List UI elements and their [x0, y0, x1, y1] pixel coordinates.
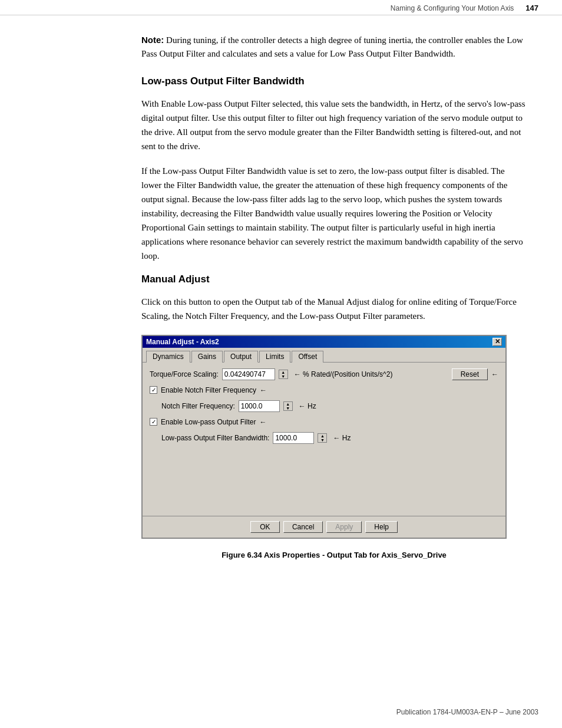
notch-freq-row: Notch Filter Frequency: ▲ ▼ ← Hz: [150, 400, 498, 412]
ok-button[interactable]: OK: [250, 521, 280, 533]
note-text: During tuning, if the controller detects…: [141, 35, 523, 58]
note-block: Note: During tuning, if the controller d…: [141, 33, 527, 61]
enable-lowpass-label: Enable Low-pass Output Filter: [161, 418, 256, 426]
lowpass-label: Low-pass Output Filter Bandwidth:: [161, 434, 269, 442]
tab-offset[interactable]: Offset: [292, 351, 323, 363]
content-area: Note: During tuning, if the controller d…: [0, 15, 562, 591]
notch-freq-unit: ← Hz: [299, 402, 316, 410]
lowpass-spinner-down[interactable]: ▼: [318, 438, 326, 442]
figure-caption-text: Figure 6.34 Axis Properties - Output Tab…: [222, 551, 447, 559]
enable-lowpass-checkbox[interactable]: ✓: [150, 418, 157, 426]
tab-limits[interactable]: Limits: [259, 351, 290, 363]
torque-input[interactable]: [222, 368, 275, 380]
dialog-body: Torque/Force Scaling: ▲ ▼ ← % Rated/(Pos…: [143, 363, 505, 516]
enable-notch-row: ✓ Enable Notch Filter Frequency ←: [150, 386, 498, 394]
lowpass-input[interactable]: [273, 432, 314, 444]
torque-unit: ← % Rated/(Position Units/s^2): [294, 370, 393, 378]
tab-dynamics[interactable]: Dynamics: [146, 351, 190, 363]
section1-para1: With Enable Low-pass Output Filter selec…: [141, 97, 527, 153]
enable-notch-label: Enable Notch Filter Frequency: [161, 386, 256, 394]
dialog-footer: OK Cancel Apply Help: [143, 516, 505, 538]
manual-adjust-dialog: Manual Adjust - Axis2 ✕ Dynamics Gains O…: [141, 335, 507, 539]
section2-heading: Manual Adjust: [141, 274, 527, 285]
torque-spinner[interactable]: ▲ ▼: [279, 370, 288, 379]
enable-lowpass-row: ✓ Enable Low-pass Output Filter ←: [150, 418, 498, 426]
torque-label: Torque/Force Scaling:: [150, 370, 219, 378]
torque-spinner-up[interactable]: ▲: [279, 370, 287, 374]
note-label: Note:: [141, 35, 164, 45]
reset-button[interactable]: Reset: [452, 368, 488, 380]
torque-row: Torque/Force Scaling: ▲ ▼ ← % Rated/(Pos…: [150, 368, 498, 380]
enable-notch-checkbox[interactable]: ✓: [150, 386, 157, 394]
dialog-wrapper: Manual Adjust - Axis2 ✕ Dynamics Gains O…: [141, 335, 527, 539]
dialog-close-button[interactable]: ✕: [492, 338, 502, 346]
figure-caption: Figure 6.34 Axis Properties - Output Tab…: [141, 551, 527, 559]
lowpass-spinner-up[interactable]: ▲: [318, 434, 326, 438]
dialog-tabs: Dynamics Gains Output Limits Offset: [143, 348, 505, 363]
help-button[interactable]: Help: [365, 521, 398, 533]
lowpass-unit: ← Hz: [333, 434, 351, 442]
notch-freq-spinner[interactable]: ▲ ▼: [283, 401, 293, 411]
lowpass-bw-row: Low-pass Output Filter Bandwidth: ▲ ▼ ← …: [150, 432, 498, 444]
torque-spinner-down[interactable]: ▼: [279, 374, 287, 378]
lowpass-spinner[interactable]: ▲ ▼: [318, 433, 327, 443]
publication-info: Publication 1784-UM003A-EN-P – June 2003: [396, 708, 538, 716]
section1-para2: If the Low-pass Output Filter Bandwidth …: [141, 164, 527, 263]
tab-gains[interactable]: Gains: [191, 351, 223, 363]
section2-para1: Click on this button to open the Output …: [141, 295, 527, 323]
page: Naming & Configuring Your Motion Axis 14…: [0, 0, 562, 728]
lowpass-arrow: ←: [259, 418, 266, 426]
chapter-title: Naming & Configuring Your Motion Axis: [24, 4, 514, 12]
notch-freq-spinner-down[interactable]: ▼: [284, 406, 292, 410]
notch-freq-label: Notch Filter Frequency:: [161, 402, 235, 410]
dialog-title: Manual Adjust - Axis2: [146, 338, 219, 346]
page-number: 147: [525, 4, 538, 12]
tab-output[interactable]: Output: [224, 351, 258, 363]
dialog-titlebar: Manual Adjust - Axis2 ✕: [143, 336, 505, 348]
cancel-button[interactable]: Cancel: [283, 521, 323, 533]
notch-freq-spinner-up[interactable]: ▲: [284, 402, 292, 406]
page-header: Naming & Configuring Your Motion Axis 14…: [0, 0, 562, 15]
notch-freq-input[interactable]: [239, 400, 280, 412]
apply-button[interactable]: Apply: [326, 521, 362, 533]
notch-arrow: ←: [260, 386, 267, 394]
section1-heading: Low-pass Output Filter Bandwidth: [141, 75, 527, 87]
page-footer: Publication 1784-UM003A-EN-P – June 2003: [0, 708, 562, 716]
reset-arrow: ←: [491, 370, 498, 378]
